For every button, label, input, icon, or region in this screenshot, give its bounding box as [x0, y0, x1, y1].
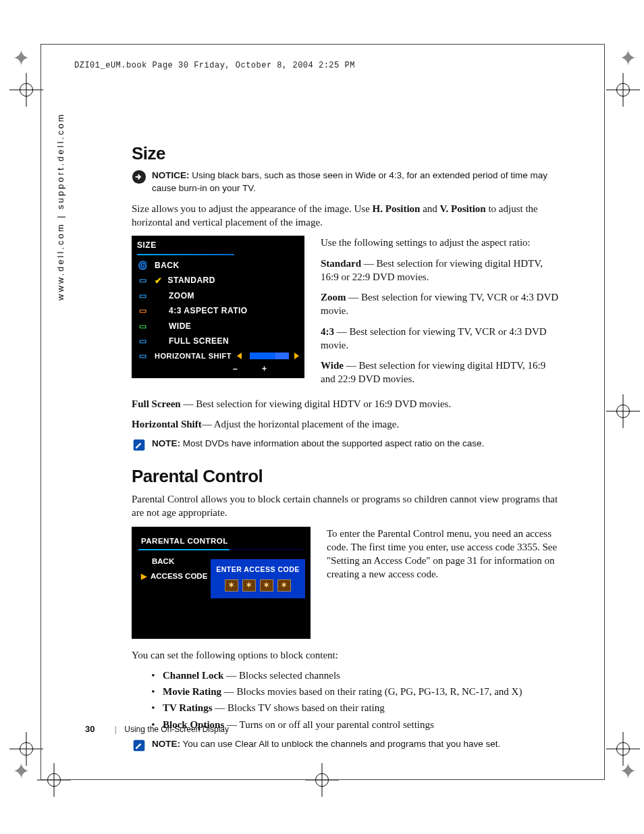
- code-box: ✶: [277, 579, 291, 592]
- code-box: ✶: [242, 579, 256, 592]
- block-options-list: Channel Lock — Blocks selected channels …: [132, 669, 560, 731]
- def-hshift: Horizontal Shift— Adjust the horizontal …: [132, 417, 560, 431]
- text: and: [420, 203, 439, 214]
- text: To enter the Parental Control menu, you …: [327, 527, 560, 581]
- text: — Best selection for viewing TV, VCR or …: [321, 292, 558, 316]
- registration-mark-icon: [9, 73, 43, 107]
- code-box: ✶: [260, 579, 273, 592]
- registration-mark-icon: [9, 732, 43, 766]
- notice-text: NOTICE: Using black bars, such as those …: [152, 170, 560, 195]
- label: BACK: [155, 260, 180, 271]
- separator: |: [115, 725, 117, 734]
- check-icon: ✔: [155, 275, 163, 287]
- registration-mark-icon: [606, 732, 640, 766]
- notice-body: Using black bars, such as those seen in …: [152, 170, 547, 193]
- pc-after: You can set the following options to blo…: [132, 648, 560, 662]
- def-43: 4:3 — Best selection for viewing TV, VCR…: [321, 325, 560, 353]
- osd-title: PARENTAL CONTROL: [132, 536, 311, 547]
- slider-bar: [250, 353, 289, 359]
- pc-intro: Parental Control allows you to block cer…: [132, 492, 560, 520]
- term-vposition: V. Position: [440, 203, 486, 214]
- label: ZOOM: [169, 290, 194, 301]
- term: Full Screen: [132, 398, 181, 409]
- left-arrow-icon: [237, 353, 242, 359]
- note-text: NOTE: Most DVDs have information about t…: [152, 438, 484, 450]
- registration-mark-icon: [606, 73, 640, 107]
- osd-item-hshift: ▭ HORIZONTAL SHIFT: [132, 348, 304, 363]
- lead: Use the following settings to adjust the…: [321, 236, 560, 249]
- page-header: DZI01_eUM.book Page 30 Friday, October 8…: [74, 61, 355, 70]
- label: BACK: [152, 556, 174, 567]
- page-number: 30: [85, 724, 95, 734]
- term: TV Ratings: [163, 702, 213, 713]
- note-pencil-icon: [132, 438, 146, 452]
- footer-section: Using the On-Screen Display: [124, 725, 229, 734]
- def-zoom: Zoom — Best selection for viewing TV, VC…: [321, 290, 560, 318]
- crop-ornament-icon: ✦: [619, 47, 637, 69]
- text: — Turns on or off all your parental cont…: [224, 719, 434, 730]
- notice-arrow-icon: [132, 170, 146, 184]
- osd-item-wide: ▭WIDE: [132, 319, 304, 334]
- page-content: Size NOTICE: Using black bars, such as t…: [132, 142, 560, 760]
- minus-label: –: [233, 363, 238, 374]
- screen-icon: ▭: [137, 290, 149, 301]
- label: ACCESS CODE: [151, 571, 207, 582]
- osd-title: SIZE: [132, 236, 304, 253]
- osd-item-43: ▭4:3 ASPECT RATIO: [132, 303, 304, 318]
- notice-block: NOTICE: Using black bars, such as those …: [132, 170, 560, 195]
- registration-mark-icon: [606, 394, 640, 428]
- def-standard: Standard — Best selection for viewing di…: [321, 257, 560, 284]
- label: STANDARD: [168, 275, 215, 286]
- osd-item-back: 🌀BACK: [132, 258, 304, 273]
- term: 4:3: [321, 326, 334, 337]
- term: Channel Lock: [163, 670, 223, 681]
- back-icon: 🌀: [137, 260, 149, 271]
- note-label: NOTE:: [152, 739, 180, 749]
- crop-ornament-icon: ✦: [12, 47, 30, 69]
- plus-label: +: [262, 363, 267, 374]
- term: Wide: [321, 360, 344, 371]
- text: — Adjust the horizontal placement of the…: [202, 419, 399, 429]
- label: 4:3 ASPECT RATIO: [169, 305, 248, 316]
- term: Zoom: [321, 292, 346, 303]
- note-label: NOTE:: [152, 438, 180, 448]
- side-url: www.dell.com | support.dell.com: [55, 113, 65, 301]
- enter-label: ENTER ACCESS CODE: [215, 565, 301, 574]
- code-box: ✶: [225, 579, 238, 592]
- label: FULL SCREEN: [169, 336, 229, 346]
- screen-icon: ▭: [137, 321, 149, 332]
- text: — Best selection for viewing digital HDT…: [181, 398, 452, 409]
- notice-label: NOTICE:: [152, 170, 190, 180]
- note-body: You can use Clear All to unblock the cha…: [183, 739, 501, 749]
- right-arrow-icon: [294, 353, 299, 359]
- note-body: Most DVDs have information about the sup…: [183, 438, 485, 448]
- text: — Best selection for viewing digital HDT…: [321, 360, 545, 384]
- text: — Best selection for viewing TV, VCR or …: [321, 326, 547, 350]
- size-settings-text: Use the following settings to adjust the…: [321, 236, 560, 392]
- term-hposition: H. Position: [373, 203, 421, 214]
- label: WIDE: [169, 321, 191, 332]
- text: — Blocks movies based on their rating (G…: [221, 686, 522, 697]
- osd-item-standard: ▭✔STANDARD: [132, 273, 304, 289]
- screen-icon: ▭: [137, 275, 149, 286]
- note-text: NOTE: You can use Clear All to unblock t…: [152, 738, 500, 751]
- note-block: NOTE: You can use Clear All to unblock t…: [132, 738, 560, 753]
- osd-parental-menu: PARENTAL CONTROL BACK ▶ACCESS CODE ENTER…: [132, 527, 311, 639]
- size-intro: Size allows you to adjust the appearance…: [132, 202, 560, 230]
- osd-item-full: ▭FULL SCREEN: [132, 334, 304, 348]
- text: — Blocks selected channels: [223, 670, 340, 681]
- pointer-icon: ▶: [141, 571, 146, 581]
- screen-icon: ▭: [137, 305, 149, 316]
- note-block: NOTE: Most DVDs have information about t…: [132, 438, 560, 452]
- pc-right-text: To enter the Parental Control menu, you …: [327, 527, 560, 588]
- term: Horizontal Shift: [132, 419, 202, 429]
- def-wide: Wide — Best selection for viewing digita…: [321, 359, 560, 386]
- osd-size-menu: SIZE 🌀BACK ▭✔STANDARD ▭ZOOM ▭4:3 ASPECT …: [132, 236, 304, 378]
- term: Standard: [321, 258, 361, 269]
- osd-item-zoom: ▭ZOOM: [132, 288, 304, 303]
- list-item: Movie Rating — Blocks movies based on th…: [160, 685, 560, 698]
- def-full: Full Screen — Best selection for viewing…: [132, 397, 560, 411]
- term: Movie Rating: [163, 686, 221, 697]
- text: Size allows you to adjust the appearance…: [132, 203, 373, 214]
- list-item: TV Ratings — Blocks TV shows based on th…: [160, 701, 560, 714]
